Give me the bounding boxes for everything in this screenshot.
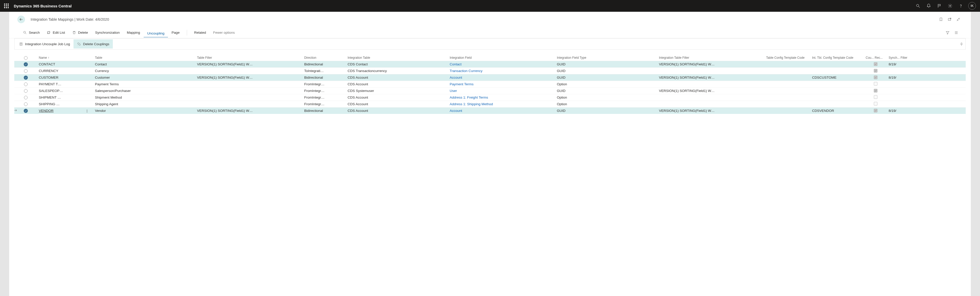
col-synch-filter[interactable]: Synch... Filter (887, 50, 918, 61)
cell-integration-table: CDS Account (346, 75, 448, 79)
row-radio[interactable] (24, 96, 27, 99)
avatar[interactable]: IK (968, 2, 976, 10)
search-action-label: Search (29, 30, 40, 35)
cell-cou-rec[interactable] (864, 75, 887, 79)
synchronization-action[interactable]: Synchronization (92, 27, 123, 38)
popout-icon[interactable] (945, 15, 954, 24)
row-select[interactable] (14, 75, 37, 80)
cell-name[interactable]: CONTACT (37, 62, 94, 66)
cell-name[interactable]: VENDOR (37, 109, 94, 113)
collapse-icon[interactable] (954, 15, 963, 24)
edit-list-action[interactable]: Edit List (43, 27, 68, 38)
row-select[interactable] (14, 109, 37, 113)
col-int-tbl-config[interactable]: Int. Tbl. Config Template Code (811, 50, 864, 61)
cou-rec-checkbox[interactable] (874, 109, 877, 112)
related-action[interactable]: Related (191, 27, 210, 38)
uncoupling-action[interactable]: Uncoupling (144, 30, 168, 37)
row-select[interactable] (14, 96, 37, 99)
cell-table-filter: VERSION(1) SORTING(Field1) W… (196, 75, 303, 79)
table-row[interactable]: SHIPMENT …Shipment MethodFromIntegr…CDS … (14, 94, 966, 101)
cell-cou-rec[interactable] (864, 89, 887, 93)
back-button[interactable] (18, 16, 25, 23)
mapping-action[interactable]: Mapping (123, 27, 144, 38)
cell-name[interactable]: SHIPPING … (37, 102, 94, 106)
filter-icon[interactable] (943, 30, 952, 35)
col-table-filter[interactable]: Table Filter (196, 50, 303, 61)
cell-integration-field[interactable]: Payment Terms (448, 82, 555, 86)
app-launcher-icon[interactable] (4, 3, 9, 8)
cell-integration-field[interactable]: Account (448, 75, 555, 79)
delete-couplings-action[interactable]: Delete Couplings (73, 39, 113, 48)
cell-cou-rec[interactable] (864, 102, 887, 106)
cell-cou-rec[interactable] (864, 62, 887, 66)
col-integration-field[interactable]: Integration Field (448, 50, 555, 61)
col-name[interactable]: Name ↑ (37, 50, 94, 61)
cell-cou-rec[interactable] (864, 95, 887, 99)
table-row[interactable]: CONTACTContactVERSION(1) SORTING(Field1)… (14, 61, 966, 67)
cell-integration-field[interactable]: Contact (448, 62, 555, 66)
page-action[interactable]: Page (168, 27, 183, 38)
bell-icon[interactable] (923, 0, 934, 12)
cell-integration-field[interactable]: User (448, 89, 555, 93)
table-row[interactable]: CURRENCYCurrencyToIntegrati…CDS Transact… (14, 67, 966, 74)
fewer-options-action[interactable]: Fewer options (210, 27, 239, 38)
uncouple-log-action[interactable]: Integration Uncouple Job Log (16, 39, 73, 48)
cell-integration-field[interactable]: Address 1: Shipping Method (448, 102, 555, 106)
help-icon[interactable] (956, 0, 966, 12)
cou-rec-checkbox[interactable] (874, 75, 877, 79)
cell-cou-rec[interactable] (864, 69, 887, 73)
action-bar: Search Edit List Delete Synchronization … (9, 27, 971, 38)
cou-rec-checkbox[interactable] (874, 82, 877, 86)
list-view-icon[interactable] (952, 30, 961, 35)
row-select[interactable] (14, 62, 37, 66)
row-radio[interactable] (24, 83, 27, 86)
row-select[interactable] (14, 69, 37, 73)
row-radio[interactable] (24, 69, 27, 73)
row-selected-check-icon (24, 62, 28, 66)
pin-icon[interactable] (959, 38, 963, 50)
cou-rec-checkbox[interactable] (874, 89, 877, 93)
col-table-config[interactable]: Table Config Template Code (765, 50, 811, 61)
cou-rec-checkbox[interactable] (874, 95, 877, 99)
col-integration-table-filter[interactable]: Integration Table Filter (657, 50, 765, 61)
delete-action[interactable]: Delete (68, 27, 92, 38)
cell-integration-field[interactable]: Account (448, 109, 555, 113)
col-direction[interactable]: Direction (303, 50, 346, 61)
bookmark-icon[interactable] (937, 15, 945, 24)
cell-cou-rec[interactable] (864, 82, 887, 86)
row-select[interactable] (14, 83, 37, 86)
row-select[interactable] (14, 89, 37, 93)
cell-name[interactable]: SHIPMENT … (37, 96, 94, 99)
search-icon[interactable] (913, 0, 923, 12)
cell-synch-filter: 8/19/ (887, 75, 918, 79)
cell-integration-field[interactable]: Transaction Currency (448, 69, 555, 73)
cell-name[interactable]: CURRENCY (37, 69, 94, 73)
row-select[interactable] (14, 102, 37, 106)
gear-icon[interactable] (945, 0, 956, 12)
cell-name[interactable]: SALESPEOP… (37, 89, 94, 93)
row-radio[interactable] (24, 102, 27, 106)
flag-icon[interactable] (934, 0, 945, 12)
row-radio[interactable] (24, 89, 27, 93)
cou-rec-checkbox[interactable] (874, 62, 877, 66)
cou-rec-checkbox[interactable] (874, 102, 877, 106)
table-row[interactable]: SHIPPING …Shipping AgentFromIntegr…CDS A… (14, 101, 966, 107)
cell-integration-field-type: GUID (555, 62, 657, 66)
cell-name[interactable]: PAYMENT T… (37, 82, 94, 86)
col-cou-rec[interactable]: Cou... Rec... (864, 50, 887, 61)
table-row[interactable]: VENDORVendorVERSION(1) SORTING(Field1) W… (14, 107, 966, 114)
col-integration-table[interactable]: Integration Table (346, 50, 448, 61)
row-more-icon[interactable] (85, 109, 89, 113)
table-row[interactable]: PAYMENT T…Payment TermsFromIntegr…CDS Ac… (14, 81, 966, 87)
cou-rec-checkbox[interactable] (874, 69, 877, 72)
page-surface: Integration Table Mappings | Work Date: … (9, 12, 971, 296)
cell-integration-field[interactable]: Address 1: Freight Terms (448, 96, 555, 99)
col-integration-field-type[interactable]: Integration Field Type (555, 50, 657, 61)
col-table[interactable]: Table (94, 50, 196, 61)
cell-cou-rec[interactable] (864, 109, 887, 113)
cell-name[interactable]: CUSTOMER (37, 75, 94, 79)
col-select[interactable] (14, 50, 37, 61)
table-row[interactable]: SALESPEOP…Salesperson/PurchaserFromInteg… (14, 87, 966, 94)
table-row[interactable]: CUSTOMERCustomerVERSION(1) SORTING(Field… (14, 74, 966, 81)
search-action[interactable]: Search (19, 27, 43, 38)
